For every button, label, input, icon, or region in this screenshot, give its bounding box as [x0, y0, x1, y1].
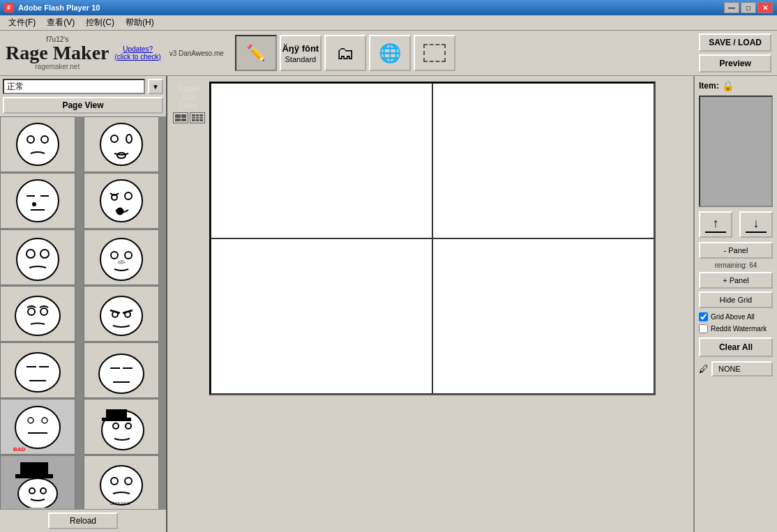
- svg-point-39: [15, 406, 60, 448]
- svg-point-7: [17, 180, 59, 222]
- svg-text:DERP FACE: DERP FACE: [110, 501, 130, 506]
- face-cell-14[interactable]: DERP FACE: [84, 455, 159, 509]
- title-bar-title: Adobe Flash Player 10: [18, 3, 100, 12]
- minus-panel-button[interactable]: - Panel: [699, 242, 773, 259]
- face-cell-11[interactable]: BAD POKER FACE: [0, 399, 75, 455]
- face-9: [10, 346, 66, 395]
- face-3: [10, 176, 66, 225]
- comic-panel-4[interactable]: [432, 238, 654, 394]
- menu-help[interactable]: 帮助(H): [120, 15, 160, 30]
- font-icon: Äŋÿ fônt: [282, 43, 319, 54]
- item-header: Item: 🔒: [699, 80, 773, 91]
- face-cell-5[interactable]: [0, 229, 75, 285]
- face-6: [93, 233, 149, 282]
- svg-point-26: [100, 296, 142, 335]
- grid-large-button[interactable]: [190, 112, 205, 123]
- menu-file[interactable]: 文件(F): [3, 15, 41, 30]
- svg-text:BAD: BAD: [13, 446, 26, 453]
- comic-panel-1[interactable]: [211, 83, 432, 238]
- reload-button[interactable]: Reload: [48, 512, 118, 529]
- hide-grid-button[interactable]: Hide Grid: [699, 291, 773, 308]
- face-cell-4[interactable]: [84, 173, 159, 229]
- logo-area: f7u12's Rage Maker ragemaker.net: [6, 36, 110, 70]
- svg-point-22: [117, 260, 126, 264]
- app-icon-text: F: [7, 4, 11, 11]
- face-8: [93, 289, 149, 338]
- item-label: Item:: [699, 81, 719, 91]
- grid-above-all-label: Grid Above All: [711, 313, 755, 321]
- dropdown-arrow[interactable]: ▼: [148, 79, 163, 94]
- tool-select[interactable]: [414, 35, 455, 71]
- face-4: [93, 176, 149, 225]
- lock-icon: 🔒: [722, 80, 734, 91]
- font-sublabel: Standard: [285, 55, 317, 63]
- tool-folder[interactable]: 🗂: [324, 35, 366, 71]
- body: 正常 ▼ Page View: [0, 76, 777, 532]
- comic-panel-3[interactable]: [211, 238, 432, 394]
- eyedropper-row: 🖊 NONE: [699, 361, 773, 377]
- updates-label: Updates?: [123, 45, 153, 53]
- select-icon: [423, 44, 446, 62]
- svg-point-16: [17, 238, 59, 280]
- updates-area[interactable]: Updates? (click to check): [115, 45, 161, 61]
- face-cell-13[interactable]: [0, 455, 75, 509]
- toggle-grid-label: Toggle Grid Lines: [176, 84, 202, 109]
- page-view-button[interactable]: Page View: [3, 97, 163, 114]
- reddit-watermark-checkbox[interactable]: [699, 324, 708, 333]
- save-load-button[interactable]: SAVE / LOAD: [699, 33, 771, 52]
- svg-rect-46: [106, 409, 127, 419]
- save-load-area: SAVE / LOAD Preview: [699, 33, 771, 73]
- menu-control[interactable]: 控制(C): [80, 15, 120, 30]
- title-bar-left: F Adobe Flash Player 10: [4, 3, 100, 13]
- maximize-button[interactable]: □: [741, 2, 756, 13]
- app-icon: F: [4, 3, 14, 13]
- face-cell-1[interactable]: [0, 116, 75, 172]
- left-top: 正常 ▼ Page View: [0, 76, 166, 116]
- menu-view[interactable]: 查看(V): [41, 15, 80, 30]
- face-7: [10, 289, 66, 338]
- face-cell-3[interactable]: [0, 173, 75, 229]
- toggle-and-canvas: Toggle Grid Lines: [173, 82, 656, 395]
- face-cell-6[interactable]: [84, 229, 159, 285]
- none-button[interactable]: NONE: [711, 361, 773, 377]
- preview-button[interactable]: Preview: [699, 54, 771, 73]
- reload-btn-container: Reload: [0, 509, 166, 532]
- updates-sublabel: (click to check): [115, 53, 161, 61]
- left-panel: 正常 ▼ Page View: [0, 76, 167, 532]
- logo-title: Rage Maker: [6, 43, 110, 63]
- face-cell-9[interactable]: [0, 342, 75, 398]
- comic-canvas[interactable]: [209, 82, 656, 395]
- move-down-button[interactable]: ↓: [739, 211, 773, 238]
- svg-point-19: [100, 238, 142, 280]
- move-up-button[interactable]: ↑: [699, 211, 732, 238]
- grid-size-row: [173, 112, 205, 123]
- grid-small-button[interactable]: [173, 112, 188, 123]
- face-cell-12[interactable]: [84, 399, 159, 455]
- svg-rect-51: [15, 474, 53, 478]
- comic-panel-2[interactable]: [432, 83, 654, 238]
- clear-all-button[interactable]: Clear All: [699, 337, 773, 357]
- globe-icon: 🌐: [379, 43, 401, 64]
- face-cell-7[interactable]: [0, 286, 75, 342]
- close-button[interactable]: ✕: [757, 2, 773, 13]
- svg-point-35: [99, 354, 144, 393]
- face-12: [93, 402, 149, 451]
- face-11: BAD POKER FACE: [10, 401, 66, 453]
- item-preview: [699, 96, 773, 207]
- face-13: [10, 459, 66, 508]
- up-line: [705, 231, 726, 233]
- category-dropdown[interactable]: 正常: [3, 79, 145, 94]
- face-cell-2[interactable]: [84, 116, 159, 172]
- tool-font[interactable]: Äŋÿ fônt Standard: [280, 35, 322, 71]
- plus-panel-button[interactable]: + Panel: [699, 272, 773, 289]
- tool-draw[interactable]: ✏️: [235, 35, 277, 71]
- svg-point-11: [32, 202, 36, 206]
- grid-above-all-checkbox[interactable]: [699, 312, 708, 321]
- minimize-button[interactable]: —: [724, 2, 739, 13]
- face-cell-10[interactable]: [84, 342, 159, 398]
- face-cell-8[interactable]: [84, 286, 159, 342]
- tool-web[interactable]: 🌐: [369, 35, 411, 71]
- face-14: DERP FACE: [93, 459, 149, 508]
- right-panel: Item: 🔒 ↑ ↓ - Panel remaining: 64 + Pane…: [693, 76, 777, 532]
- down-line: [746, 231, 767, 233]
